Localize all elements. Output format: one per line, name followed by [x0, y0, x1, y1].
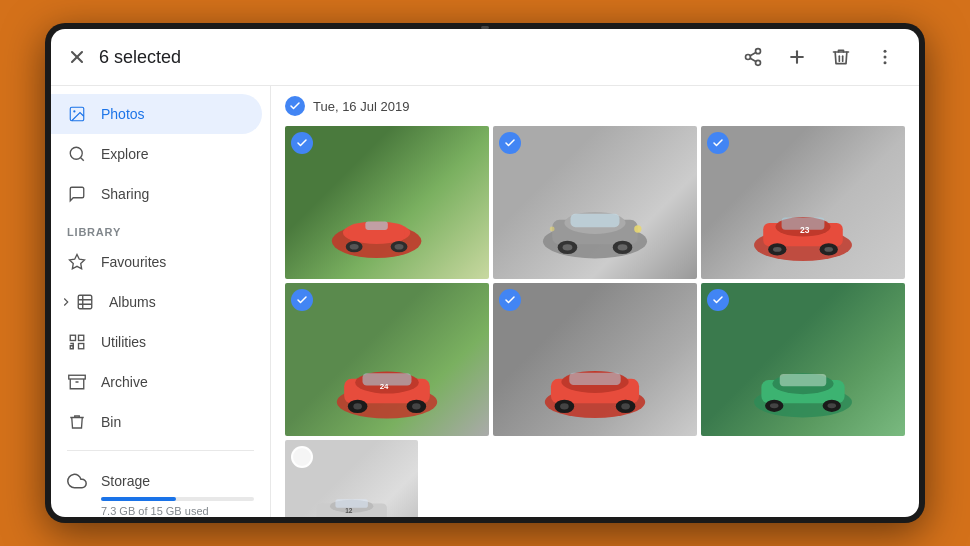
svg-point-43	[550, 227, 555, 232]
photo-2-checkbox[interactable]	[499, 132, 521, 154]
share-button[interactable]	[735, 39, 771, 75]
photo-3-checkbox[interactable]	[707, 132, 729, 154]
svg-rect-21	[70, 335, 75, 340]
close-button[interactable]	[67, 47, 87, 67]
top-bar: 6 selected	[51, 29, 919, 86]
svg-rect-33	[365, 221, 387, 229]
delete-button[interactable]	[823, 39, 859, 75]
photo-area: Tue, 16 Jul 2019	[271, 86, 919, 517]
albums-icon	[75, 292, 95, 312]
photo-item-4[interactable]: 24	[285, 283, 489, 436]
storage-header[interactable]: Storage	[67, 471, 254, 491]
utilities-label: Utilities	[101, 334, 146, 350]
svg-text:23: 23	[800, 225, 810, 235]
photo-item-2[interactable]	[493, 126, 697, 279]
sharing-label: Sharing	[101, 186, 149, 202]
bin-label: Bin	[101, 414, 121, 430]
date-header: Tue, 16 Jul 2019	[285, 96, 905, 116]
sidebar: Photos Explore	[51, 86, 271, 517]
svg-point-10	[884, 56, 887, 59]
bin-icon	[67, 412, 87, 432]
storage-label: Storage	[101, 473, 150, 489]
albums-chevron-icon	[59, 295, 73, 309]
main-content: Photos Explore	[51, 86, 919, 517]
sidebar-item-archive[interactable]: Archive	[51, 362, 262, 402]
storage-section: Storage 7.3 GB of 15 GB used	[51, 459, 270, 517]
sidebar-divider	[67, 450, 254, 451]
storage-bar	[101, 497, 254, 501]
svg-text:24: 24	[380, 382, 389, 391]
sidebar-item-bin[interactable]: Bin	[51, 402, 262, 442]
svg-point-13	[73, 110, 75, 112]
favourites-label: Favourites	[101, 254, 166, 270]
date-label: Tue, 16 Jul 2019	[313, 99, 409, 114]
svg-rect-37	[571, 214, 620, 227]
svg-rect-24	[69, 375, 86, 379]
archive-icon	[67, 372, 87, 392]
svg-rect-65	[569, 373, 620, 385]
storage-bar-fill	[101, 497, 176, 501]
svg-point-77	[827, 404, 836, 409]
selected-count-label: 6 selected	[99, 47, 181, 68]
photo-grid-row1: 23	[285, 126, 905, 279]
photo-item-6[interactable]	[701, 283, 905, 436]
svg-point-76	[770, 404, 779, 409]
svg-text:12: 12	[345, 507, 353, 514]
cloud-icon	[67, 471, 87, 491]
svg-point-59	[353, 404, 362, 410]
svg-point-68	[560, 404, 569, 410]
svg-point-31	[350, 244, 359, 250]
sidebar-item-explore[interactable]: Explore	[51, 134, 262, 174]
explore-icon	[67, 144, 87, 164]
sidebar-item-sharing[interactable]: Sharing	[51, 174, 262, 214]
photo-item-3[interactable]: 23	[701, 126, 905, 279]
svg-rect-81	[335, 499, 368, 508]
svg-rect-17	[78, 295, 92, 309]
albums-label: Albums	[109, 294, 156, 310]
top-bar-actions	[735, 39, 903, 75]
svg-point-42	[634, 226, 641, 233]
svg-point-9	[884, 50, 887, 53]
svg-line-15	[80, 157, 83, 160]
svg-point-69	[621, 404, 630, 410]
storage-usage-text: 7.3 GB of 15 GB used	[101, 505, 254, 517]
date-check-icon	[285, 96, 305, 116]
archive-label: Archive	[101, 374, 148, 390]
photo-item-5[interactable]	[493, 283, 697, 436]
photos-label: Photos	[101, 106, 145, 122]
sidebar-item-photos[interactable]: Photos	[51, 94, 262, 134]
library-section-label: LIBRARY	[51, 214, 270, 242]
photo-item-7[interactable]: 12	[285, 440, 418, 517]
more-button[interactable]	[867, 39, 903, 75]
screen: 6 selected	[51, 29, 919, 517]
explore-label: Explore	[101, 146, 148, 162]
svg-point-11	[884, 61, 887, 64]
svg-point-14	[70, 147, 82, 159]
svg-point-40	[563, 245, 573, 251]
sharing-icon	[67, 184, 87, 204]
sidebar-item-favourites[interactable]: Favourites	[51, 242, 262, 282]
add-button[interactable]	[779, 39, 815, 75]
svg-point-32	[395, 244, 404, 250]
top-bar-left: 6 selected	[67, 47, 181, 68]
svg-rect-22	[79, 335, 84, 340]
star-icon	[67, 252, 87, 272]
photo-item-1[interactable]	[285, 126, 489, 279]
sidebar-item-albums[interactable]: Albums	[51, 282, 262, 322]
photo-grid-row2: 24	[285, 283, 905, 436]
device-frame: 6 selected	[45, 23, 925, 523]
svg-marker-16	[70, 255, 85, 269]
photo-4-checkbox[interactable]	[291, 289, 313, 311]
svg-point-60	[412, 404, 421, 410]
photo-1-checkbox[interactable]	[291, 132, 313, 154]
photos-icon	[67, 104, 87, 124]
sidebar-item-utilities[interactable]: Utilities	[51, 322, 262, 362]
svg-rect-73	[780, 374, 827, 386]
photo-6-checkbox[interactable]	[707, 289, 729, 311]
svg-point-41	[618, 245, 628, 251]
utilities-icon	[67, 332, 87, 352]
photo-7-checkbox[interactable]	[291, 446, 313, 468]
svg-point-51	[824, 247, 833, 252]
svg-rect-23	[79, 344, 84, 349]
photo-5-checkbox[interactable]	[499, 289, 521, 311]
